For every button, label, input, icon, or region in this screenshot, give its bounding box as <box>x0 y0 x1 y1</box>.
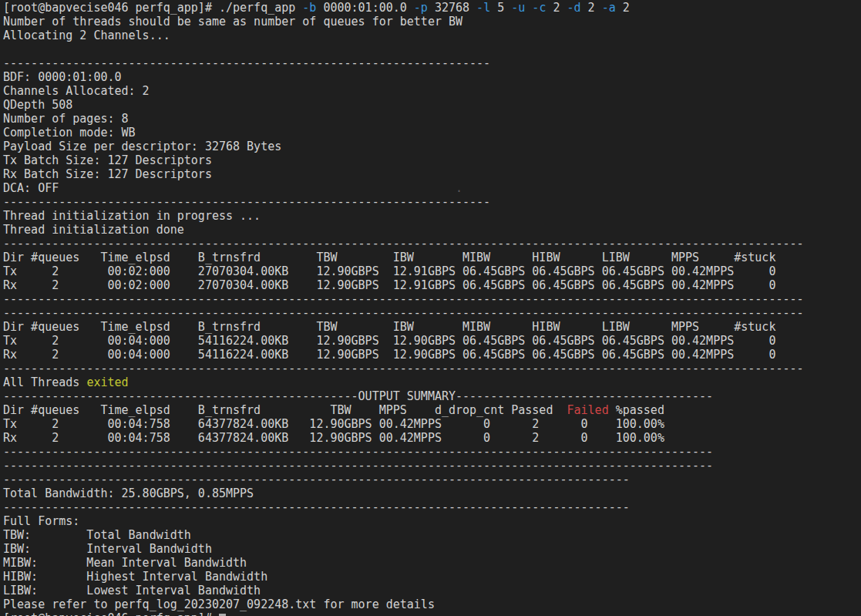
terminal-text: ----------------------------------------… <box>3 237 804 251</box>
terminal-line: Completion mode: WB <box>3 126 804 140</box>
terminal-line: All Threads exited <box>3 375 804 389</box>
terminal-text: 2 <box>581 1 602 15</box>
terminal-text <box>59 181 456 195</box>
terminal-text: ----------------------------------------… <box>3 362 804 375</box>
terminal-line: Dir #queues Time_elpsd B_trnsfrd TBW IBW… <box>3 320 804 334</box>
terminal-text: ----------------------------------------… <box>3 292 804 306</box>
terminal-text: Number of pages: 8 <box>3 112 129 126</box>
terminal-line: Total Bandwidth: 25.80GBPS, 0.85MPPS <box>3 486 804 500</box>
command-flag: -l <box>476 1 490 15</box>
terminal-text: %passed <box>609 403 664 417</box>
command-flag: -p <box>414 1 428 15</box>
terminal-line: Tx Batch Size: 127 Descriptors <box>3 153 804 167</box>
terminal-line: ----------------------------------------… <box>3 473 804 486</box>
terminal-line: MIBW: Mean Interval Bandwidth <box>3 556 804 570</box>
terminal-line: Please refer to perfq_log_20230207_09224… <box>3 597 804 611</box>
terminal-text: ----------------------------------------… <box>3 459 713 473</box>
terminal-line: IBW: Interval Bandwidth <box>3 542 804 556</box>
terminal-line: Rx Batch Size: 127 Descriptors <box>3 167 804 181</box>
terminal-text: All Threads <box>3 375 86 389</box>
terminal-screen[interactable]: [root@bapvecise046 perfq_app]# ./perfq_a… <box>0 0 861 616</box>
command-flag: -d <box>567 1 581 15</box>
terminal-line: Tx 2 00:04:758 64377824.00KB 12.90GBPS 0… <box>3 417 804 431</box>
terminal-line: ----------------------------------------… <box>3 389 804 403</box>
terminal-text: Rx Batch Size: 127 Descriptors <box>3 167 212 181</box>
terminal-line: Payload Size per descriptor: 32768 Bytes <box>3 140 804 153</box>
terminal-text: ----------------------------------------… <box>3 389 713 403</box>
thread-exit-status: exited <box>86 375 128 389</box>
terminal-text: Tx Batch Size: 127 Descriptors <box>3 153 212 167</box>
terminal-line: Channels Allocated: 2 <box>3 84 804 98</box>
terminal-line: QDepth 508 <box>3 98 804 112</box>
terminal-text: 32768 <box>428 1 476 15</box>
terminal-line: Tx 2 00:02:000 27070304.00KB 12.90GBPS 1… <box>3 264 804 278</box>
terminal-text: Please refer to perfq_log_20230207_09224… <box>3 597 435 611</box>
terminal-text: TBW: Total Bandwidth <box>3 528 191 542</box>
terminal-line: Rx 2 00:02:000 27070304.00KB 12.90GBPS 1… <box>3 278 804 292</box>
failed-column-header: Failed <box>567 403 609 417</box>
terminal-line: ----------------------------------------… <box>3 306 804 320</box>
terminal-text: IBW: Interval Bandwidth <box>3 542 212 556</box>
terminal-text: Total Bandwidth: 25.80GBPS, 0.85MPPS <box>3 486 254 500</box>
terminal-text: 0000:01:00.0 <box>316 1 413 15</box>
shell-prompt-and-command: [root@bapvecise046 perfq_app]# ./perfq_a… <box>3 1 302 15</box>
terminal-text: Full Forms: <box>3 514 79 528</box>
terminal-line: ----------------------------------------… <box>3 195 804 209</box>
terminal-line: Tx 2 00:04:000 54116224.00KB 12.90GBPS 1… <box>3 334 804 348</box>
terminal-line: ----------------------------------------… <box>3 445 804 459</box>
terminal-line: ----------------------------------------… <box>3 500 804 514</box>
terminal-text: Dir #queues Time_elpsd B_trnsfrd TBW IBW… <box>3 251 775 264</box>
terminal-text: Completion mode: WB <box>3 126 136 140</box>
terminal-line: Thread initialization in progress ... <box>3 209 804 223</box>
terminal-text: ----------------------------------------… <box>3 195 490 209</box>
terminal-text: Tx 2 00:04:000 54116224.00KB 12.90GBPS 1… <box>3 334 775 348</box>
terminal-text: QDepth 508 <box>3 98 72 112</box>
terminal-line: Full Forms: <box>3 514 804 528</box>
terminal-line: LIBW: Lowest Interval Bandwidth <box>3 584 804 597</box>
terminal-text: 2 <box>616 1 630 15</box>
terminal-text: Allocating 2 Channels... <box>3 29 170 42</box>
terminal-text: ----------------------------------------… <box>3 473 630 486</box>
terminal-text <box>525 1 532 15</box>
terminal-text: ----------------------------------------… <box>3 56 490 70</box>
terminal-output: [root@bapvecise046 perfq_app]# ./perfq_a… <box>3 1 804 616</box>
terminal-line: HIBW: Highest Interval Bandwidth <box>3 570 804 584</box>
terminal-text: ----------------------------------------… <box>3 306 804 320</box>
terminal-text: ----------------------------------------… <box>3 500 630 514</box>
terminal-text: Tx 2 00:02:000 27070304.00KB 12.90GBPS 1… <box>3 264 775 278</box>
terminal-text: [root@bapvecise046 perfq_app]# <box>3 611 219 616</box>
terminal-line: BDF: 0000:01:00.0 <box>3 70 804 84</box>
terminal-line: ----------------------------------------… <box>3 292 804 306</box>
terminal-line: Number of threads should be same as numb… <box>3 15 804 29</box>
command-flag: -u <box>511 1 525 15</box>
terminal-text: MIBW: Mean Interval Bandwidth <box>3 556 247 570</box>
terminal-text: Tx 2 00:04:758 64377824.00KB 12.90GBPS 0… <box>3 417 664 431</box>
terminal-line: Number of pages: 8 <box>3 112 804 126</box>
terminal-line: Rx 2 00:04:758 64377824.00KB 12.90GBPS 0… <box>3 431 804 445</box>
terminal-text: Dir #queues Time_elpsd B_trnsfrd TBW MPP… <box>3 403 567 417</box>
terminal-text: Rx 2 00:04:758 64377824.00KB 12.90GBPS 0… <box>3 431 664 445</box>
terminal-text: HIBW: Highest Interval Bandwidth <box>3 570 267 584</box>
terminal-line: ----------------------------------------… <box>3 237 804 251</box>
terminal-line: Rx 2 00:04:000 54116224.00KB 12.90GBPS 1… <box>3 348 804 362</box>
terminal-line: ----------------------------------------… <box>3 56 804 70</box>
terminal-line: ----------------------------------------… <box>3 459 804 473</box>
terminal-text: BDF: 0000:01:00.0 <box>3 70 122 84</box>
terminal-line: [root@bapvecise046 perfq_app]# ./perfq_a… <box>3 1 804 15</box>
terminal-text: Thread initialization in progress ... <box>3 209 261 223</box>
command-flag: -c <box>532 1 546 15</box>
terminal-text: 5 <box>490 1 511 15</box>
terminal-text: Thread initialization done <box>3 223 184 237</box>
terminal-text: 2 <box>546 1 567 15</box>
terminal-line: Allocating 2 Channels... <box>3 29 804 42</box>
terminal-text: Number of threads should be same as numb… <box>3 15 462 29</box>
terminal-text: Dir #queues Time_elpsd B_trnsfrd TBW IBW… <box>3 320 775 334</box>
terminal-text: Rx 2 00:02:000 27070304.00KB 12.90GBPS 1… <box>3 278 775 292</box>
terminal-line: TBW: Total Bandwidth <box>3 528 804 542</box>
stray-dot: . <box>456 181 462 195</box>
terminal-line: ----------------------------------------… <box>3 362 804 375</box>
terminal-text: Payload Size per descriptor: 32768 Bytes <box>3 140 281 153</box>
command-flag: -b <box>302 1 316 15</box>
terminal-text: DCA: OFF <box>3 181 59 195</box>
terminal-text: LIBW: Lowest Interval Bandwidth <box>3 584 261 597</box>
